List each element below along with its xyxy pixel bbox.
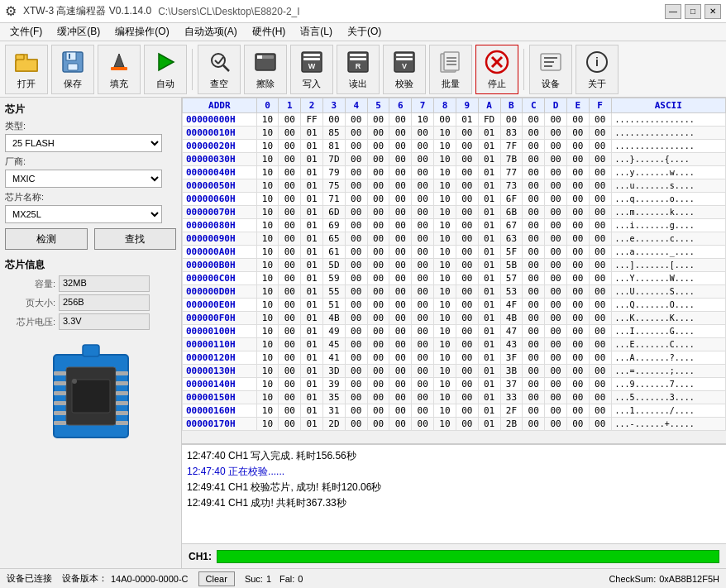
hex-cell: 10 [434, 285, 456, 299]
hex-cell: 01 [301, 378, 323, 391]
hex-cell: 00 [412, 272, 434, 285]
ascii-cell: ................ [611, 127, 725, 140]
hex-cell: 10 [256, 325, 279, 338]
open-button[interactable]: 打开 [5, 45, 48, 94]
svg-rect-3 [66, 52, 76, 60]
svg-rect-51 [116, 381, 128, 385]
hex-cell: 00 [523, 325, 545, 338]
verify-button[interactable]: V 校验 [383, 45, 426, 94]
close-button[interactable]: ✕ [705, 4, 721, 19]
about-icon: i [584, 49, 610, 75]
addr-cell: 00000000H [183, 113, 257, 127]
hex-cell: 01 [478, 338, 500, 351]
hex-cell: 00 [589, 285, 611, 299]
svg-rect-21 [350, 58, 366, 60]
hex-cell: 00 [545, 351, 567, 365]
type-select[interactable]: 25 FLASH [5, 134, 162, 152]
ascii-cell: ...y.......w.... [611, 166, 725, 179]
hex-cell: 00 [456, 127, 478, 140]
erase-button[interactable]: 擦除 [244, 45, 287, 94]
hex-cell: 10 [434, 391, 456, 404]
hex-cell: 00 [412, 166, 434, 179]
menu-about[interactable]: 关于(O) [341, 23, 388, 41]
hex-table-wrap[interactable]: ADDR 0 1 2 3 4 5 6 7 8 9 A B C D [182, 98, 726, 444]
menu-program[interactable]: 编程操作(O) [108, 23, 175, 41]
hex-cell: 00 [345, 325, 367, 338]
hex-cell: 10 [434, 378, 456, 391]
hex-cell: 00 [389, 206, 412, 219]
hex-cell: 01 [478, 193, 500, 206]
ch-bar-area: CH1: [182, 543, 726, 568]
ascii-cell: ...A.......?.... [611, 351, 725, 365]
svg-point-8 [212, 54, 225, 67]
hex-cell: 7B [500, 153, 523, 166]
hex-cell: 00 [412, 193, 434, 206]
hex-cell: 00 [367, 127, 389, 140]
addr-cell: 000000F0H [183, 312, 257, 325]
hex-cell: 01 [478, 166, 500, 179]
hex-cell: 10 [434, 153, 456, 166]
write-button[interactable]: W 写入 [290, 45, 333, 94]
right-panel: ADDR 0 1 2 3 4 5 6 7 8 9 A B C D [182, 98, 726, 568]
hex-cell: 00 [279, 153, 301, 166]
hex-cell: 00 [279, 365, 301, 378]
hex-cell: 10 [434, 232, 456, 246]
hex-cell: 00 [345, 140, 367, 153]
menu-lang[interactable]: 语言(L) [294, 23, 339, 41]
hex-cell: 00 [279, 193, 301, 206]
device-button[interactable]: 设备 [529, 45, 572, 94]
hex-cell: 00 [545, 179, 567, 193]
table-row: 00000130H1000013D000000001000013B0000000… [183, 365, 726, 378]
auto-button[interactable]: 自动 [144, 45, 187, 94]
clear-button[interactable]: Clear [198, 571, 235, 586]
fal-label: Fal: [279, 574, 294, 584]
hex-cell: 01 [301, 193, 323, 206]
table-row: 00000070H1000016D000000001000016B0000000… [183, 206, 726, 219]
read-button[interactable]: R 读出 [337, 45, 380, 94]
type-label: 类型: [5, 120, 176, 132]
hex-cell: 67 [500, 219, 523, 232]
table-row: 00000110H1000014500000000100001430000000… [183, 338, 726, 351]
table-row: 00000060H10000171000000001000016F0000000… [183, 193, 726, 206]
menu-buffer[interactable]: 缓冲区(B) [50, 23, 107, 41]
fill-button[interactable]: 填充 [98, 45, 141, 94]
menu-file[interactable]: 文件(F) [3, 23, 49, 41]
minimize-button[interactable]: — [665, 4, 681, 19]
hex-cell: 00 [523, 299, 545, 312]
addr-cell: 000000C0H [183, 272, 257, 285]
hex-cell: 00 [345, 113, 367, 127]
hex-cell: 00 [345, 166, 367, 179]
hex-cell: 00 [589, 153, 611, 166]
ascii-cell: ...m.......k.... [611, 206, 725, 219]
svg-rect-53 [116, 401, 128, 405]
hex-cell: 00 [279, 338, 301, 351]
detect-button[interactable]: 检测 [5, 228, 88, 250]
menu-auto[interactable]: 自动选项(A) [178, 23, 244, 41]
hex-cell: 10 [434, 127, 456, 140]
hex-cell: 00 [279, 272, 301, 285]
save-button[interactable]: 保存 [51, 45, 94, 94]
hex-cell: 10 [434, 365, 456, 378]
stop-button[interactable]: 停止 [475, 45, 518, 94]
find-button[interactable]: 查找 [94, 228, 177, 250]
hex-cell: 00 [523, 246, 545, 259]
blank-check-button[interactable]: 查空 [198, 45, 241, 94]
col-9: 9 [456, 98, 478, 113]
chip-name-select[interactable]: MX25L [5, 205, 162, 223]
chip-info: 芯片信息 容量: 32MB 页大小: 256B 芯片电压: 3.3V [5, 258, 176, 330]
maximize-button[interactable]: □ [685, 4, 701, 19]
hex-cell: 71 [323, 193, 346, 206]
ch-progress-bar [217, 550, 719, 563]
suc-label: Suc: [245, 574, 263, 584]
vendor-select[interactable]: MXIC [5, 170, 162, 188]
menu-hardware[interactable]: 硬件(H) [246, 23, 293, 41]
table-row: 00000000H1000FF00000000100001FD000000000… [183, 113, 726, 127]
hex-cell: 6B [500, 206, 523, 219]
batch-button[interactable]: 批量 [429, 45, 472, 94]
hex-cell: 01 [478, 246, 500, 259]
hex-cell: 01 [478, 285, 500, 299]
about-button[interactable]: i 关于 [576, 45, 619, 94]
hex-cell: 01 [301, 246, 323, 259]
capacity-label: 容量: [5, 278, 59, 290]
hex-cell: 00 [367, 404, 389, 418]
